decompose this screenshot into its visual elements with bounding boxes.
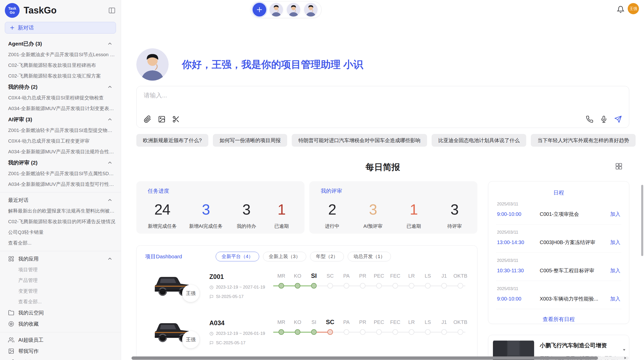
sidebar-collapse-icon[interactable] bbox=[108, 7, 116, 14]
app-sub-item[interactable]: 产品管理 bbox=[8, 275, 116, 286]
project-milestone-tag: SC-2025-05-17 bbox=[209, 340, 269, 346]
conversation-item[interactable]: Z001-全新燃油轻卡产品开发项目SI造型提交物评审 bbox=[8, 125, 116, 136]
sidebar-section-my-review: 我的评审 (2) Z001-全新燃油轻卡产品开发项目SI节点属性5D文件评审A0… bbox=[8, 157, 116, 190]
sidebar-item-my-cloud[interactable]: 我的云空间 bbox=[8, 307, 116, 318]
scroll-down-arrow-icon[interactable] bbox=[622, 348, 626, 352]
conversation-item[interactable]: A034-全新新能源MUV产品开发项目造型可行性评审 bbox=[8, 179, 116, 190]
daily-briefing-title: 每日简报 bbox=[136, 161, 629, 173]
milestone-dot bbox=[425, 283, 431, 289]
section-header[interactable]: Agent已办 (3) bbox=[8, 38, 116, 49]
content: 你好，王强，我是你的项目管理助理 小识 欧洲新规最近颁布了什么?如何写一份清晰的… bbox=[136, 0, 629, 360]
milestone-label: PA bbox=[343, 318, 349, 326]
stat-cards: 任务进度 24 新增完成任务 3 bbox=[136, 181, 477, 234]
milestone-timeline: MR KO bbox=[273, 318, 469, 347]
sidebar-item-favorites[interactable]: 我的收藏 bbox=[8, 318, 116, 329]
app-sub-item[interactable]: 变更管理 bbox=[8, 286, 116, 296]
conversation-item[interactable]: Z001-全新燃油皮卡产品开发项目SI节点Lesson Learn报告 bbox=[8, 49, 116, 60]
milestone-label: LS bbox=[425, 318, 431, 326]
scissors-icon[interactable] bbox=[172, 115, 180, 123]
message-input[interactable] bbox=[144, 92, 551, 99]
my-apps-label: 我的应用 bbox=[18, 256, 39, 262]
app-sub-item[interactable]: 查看全部... bbox=[8, 296, 116, 307]
recent-conversation-item[interactable]: 查看全部... bbox=[8, 238, 116, 248]
app-window: Task Go TaskGo 新对话 Agent已办 (3) Z001-全新燃油… bbox=[0, 0, 644, 360]
task-progress-card: 任务进度 24 新增完成任务 3 bbox=[136, 181, 304, 234]
suggestion-chip[interactable]: 特朗普可能对进口汽车增税会对中国车企造成哪些影响 bbox=[292, 134, 427, 147]
join-link[interactable]: 加入 bbox=[610, 295, 620, 302]
schedule-item: 2025/03/11 10:30-11:30 C005-整车工程目标评审 加入 bbox=[496, 253, 621, 281]
join-link[interactable]: 加入 bbox=[610, 239, 620, 246]
conversation-item[interactable]: A034-全新新能源MUV产品开发项目计划变更表编写 bbox=[8, 103, 116, 114]
milestone-dot bbox=[441, 329, 447, 335]
layout-grid-icon[interactable] bbox=[615, 162, 623, 170]
image-icon[interactable] bbox=[158, 115, 166, 123]
milestone-dot bbox=[441, 283, 447, 289]
new-chat-button[interactable]: 新对话 bbox=[5, 22, 116, 34]
sidebar-item-write-helper[interactable]: 帮我写作 bbox=[8, 346, 116, 357]
image-icon bbox=[8, 348, 14, 354]
dashboard-tab[interactable]: 全新平台（4） bbox=[216, 252, 259, 261]
stat-value: 2 bbox=[321, 201, 344, 218]
dashboard-tab[interactable]: 全新上装（3） bbox=[263, 252, 306, 261]
recent-conversation-item[interactable]: 解释最新出台的欧盟报废车法规再生塑料比例被调至15%... bbox=[8, 206, 116, 216]
milestone-node: PR bbox=[355, 318, 371, 335]
app-sub-item[interactable]: 项目管理 bbox=[8, 264, 116, 275]
milestone-dot bbox=[311, 329, 317, 335]
milestone-label: LR bbox=[408, 318, 415, 326]
chevron-up-icon bbox=[107, 160, 113, 166]
milestone-dot bbox=[344, 329, 349, 335]
horizontal-scrollbar[interactable] bbox=[131, 356, 629, 360]
recent-header[interactable]: 最近对话 bbox=[8, 194, 116, 206]
milestone-dot bbox=[360, 283, 365, 289]
scroll-right-arrow-icon[interactable] bbox=[623, 356, 627, 360]
conversation-item[interactable]: C0X4-动力总成开发项目工程变更评审 bbox=[8, 136, 116, 146]
new-chat-label: 新对话 bbox=[18, 24, 34, 31]
daily-briefing-header: 每日简报 bbox=[136, 161, 629, 172]
vertical-scrollbar-thumb[interactable] bbox=[641, 185, 643, 256]
conversation-item[interactable]: A034-全新新能源MUV产品开发项目法规符合性评审 bbox=[8, 146, 116, 157]
dashboard-tab[interactable]: 动总开发（1） bbox=[348, 252, 391, 261]
stat-label: 已逾期 bbox=[402, 223, 425, 230]
suggestion-chip[interactable]: 欧洲新规最近颁布了什么? bbox=[136, 134, 208, 147]
section-header[interactable]: 我的待办 (2) bbox=[8, 81, 116, 93]
milestone-node: J1 bbox=[436, 318, 452, 335]
my-review-card: 我的评审 2 进行中 3 bbox=[309, 181, 477, 234]
recent-conversation-item[interactable]: C02-飞腾新能源轻客改款项目的闭环通告反馈情况 bbox=[8, 216, 116, 227]
folder-icon bbox=[8, 310, 14, 316]
recent-conversation-item[interactable]: 公司Q3轻卡销量 bbox=[8, 227, 116, 238]
section-header[interactable]: AI评审 (3) bbox=[8, 114, 116, 125]
milestone-label: SC bbox=[326, 318, 334, 326]
stat-label: 我的待办 bbox=[235, 223, 258, 230]
milestone-dot bbox=[392, 283, 398, 289]
microphone-icon[interactable] bbox=[600, 115, 608, 123]
section-title: Agent已办 (3) bbox=[8, 40, 42, 47]
suggestion-chip[interactable]: 比亚迪全固态电池计划具体说了什么 bbox=[432, 134, 526, 147]
conversation-item[interactable]: C02-飞腾新能源轻客改款项目立项汇报方案 bbox=[8, 71, 116, 81]
paperclip-icon[interactable] bbox=[144, 115, 151, 123]
milestone-node: FEC bbox=[387, 272, 403, 289]
suggestion-chip[interactable]: 当下年轻人对汽车外观有怎样的喜好趋势 bbox=[531, 134, 636, 147]
project-row-a034[interactable]: 王强 A034 2023-12-19 ~ 2026-01-19 bbox=[145, 317, 469, 350]
join-link[interactable]: 加入 bbox=[610, 267, 620, 274]
milestone-dot bbox=[392, 329, 398, 335]
project-info: Z001 2023-12-19 ~ 2027-01-19 SI-2025-05-… bbox=[209, 271, 269, 299]
suggestion-chip[interactable]: 如何写一份清晰的项目周报 bbox=[213, 134, 287, 147]
horizontal-scrollbar-thumb[interactable] bbox=[131, 356, 598, 360]
schedule-item: 2025/03/11 9:00-10:00 X003-车辆动力学性能验... 加… bbox=[496, 281, 621, 309]
conversation-item[interactable]: C0X4-动力总成开发项目SI里程碑提交物检查 bbox=[8, 93, 116, 103]
project-row-z001[interactable]: 王强 Z001 2023-12-19 ~ 2027-01-19 bbox=[145, 271, 469, 304]
milestone-label: SC bbox=[327, 272, 334, 280]
section-header[interactable]: 我的评审 (2) bbox=[8, 157, 116, 168]
logo-line-1: Task bbox=[8, 6, 16, 10]
sidebar-item-creative-draw[interactable]: 创意制图 bbox=[8, 357, 116, 360]
dashboard-tab[interactable]: 年型（2） bbox=[310, 252, 344, 261]
view-all-schedule-link[interactable]: 查看所有日程 bbox=[496, 316, 621, 323]
conversation-item[interactable]: Z001-全新燃油轻卡产品开发项目SI节点属性5D文件评审 bbox=[8, 168, 116, 179]
conversation-item[interactable]: C02-飞腾新能源轻客改款项目里程碑画布 bbox=[8, 60, 116, 71]
phone-icon[interactable] bbox=[586, 115, 593, 123]
sidebar-item-my-apps[interactable]: 我的应用 bbox=[8, 253, 116, 264]
send-icon[interactable] bbox=[614, 115, 622, 123]
sidebar-item-ai-employee[interactable]: AI超级员工 bbox=[8, 334, 116, 346]
join-link[interactable]: 加入 bbox=[610, 211, 620, 218]
user-avatar[interactable]: 王强 bbox=[628, 3, 639, 14]
